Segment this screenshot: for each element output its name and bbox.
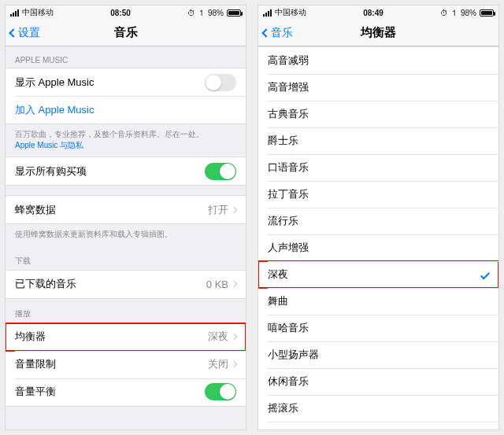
sound-check-switch[interactable]	[205, 383, 236, 400]
battery-percent: 98%	[208, 9, 224, 17]
location-arrow-icon: ↿	[451, 9, 458, 17]
battery-icon	[227, 9, 241, 17]
settings-music-screen: 中国移动 08:50 ⏱ ↿ 98% 设置 音乐 APPLE MUSIC 显示 …	[5, 5, 246, 430]
eq-option-label: 高音增强	[268, 80, 489, 94]
section-header-apple-music: APPLE MUSIC	[6, 46, 246, 68]
eq-option[interactable]: 嘻哈音乐	[258, 315, 498, 341]
eq-option[interactable]: 深夜	[258, 261, 498, 288]
downloaded-music-label: 已下载的音乐	[15, 277, 206, 291]
eq-option-label: 拉丁音乐	[268, 187, 489, 201]
eq-option-label: 高音减弱	[268, 53, 489, 68]
location-arrow-icon: ↿	[198, 9, 205, 17]
nav-bar: 音乐 均衡器	[258, 20, 498, 46]
clock: 08:49	[363, 9, 384, 17]
apple-music-privacy-link[interactable]: Apple Music 与隐私	[15, 141, 83, 149]
nav-bar: 设置 音乐	[6, 20, 246, 46]
eq-option-label: 小型扬声器	[268, 348, 489, 362]
apple-music-note: 百万歌曲，专业推荐，及整个音乐资料库。尽在一处。 Apple Music 与隐私	[6, 124, 246, 157]
eq-option-label: 深夜	[268, 267, 483, 282]
eq-option-label: 嘻哈音乐	[268, 321, 489, 335]
chevron-right-icon	[231, 334, 237, 340]
battery-icon	[480, 9, 494, 17]
row-equalizer[interactable]: 均衡器 深夜	[6, 323, 246, 351]
equalizer-list: 高音减弱高音增强古典音乐爵士乐口语音乐拉丁音乐流行乐人声增强深夜舞曲嘻哈音乐小型…	[258, 46, 498, 429]
volume-limit-label: 音量限制	[15, 357, 208, 371]
cellular-data-value: 打开	[208, 203, 228, 217]
show-apple-music-label: 显示 Apple Music	[15, 76, 205, 90]
row-volume-limit[interactable]: 音量限制 关闭	[6, 351, 246, 378]
eq-option-label: 口语音乐	[268, 160, 489, 175]
chevron-left-icon	[9, 28, 17, 37]
carrier-label: 中国移动	[275, 7, 306, 18]
eq-option[interactable]: 高音增强	[258, 74, 498, 101]
show-all-purchases-label: 显示所有购买项	[15, 164, 205, 179]
eq-option[interactable]: 小型扬声器	[258, 341, 498, 368]
cellular-data-label: 蜂窝数据	[15, 203, 208, 217]
eq-option[interactable]: 原声	[258, 422, 498, 429]
signal-icon	[10, 9, 19, 17]
eq-option[interactable]: 休闲音乐	[258, 368, 498, 395]
alarm-icon: ⏱	[187, 9, 195, 17]
sound-check-label: 音量平衡	[15, 385, 205, 399]
row-show-all-purchases[interactable]: 显示所有购买项	[6, 157, 246, 185]
downloaded-music-value: 0 KB	[206, 278, 228, 290]
page-title: 音乐	[6, 25, 246, 40]
carrier-label: 中国移动	[22, 7, 54, 18]
equalizer-label: 均衡器	[15, 330, 208, 344]
eq-option-label: 休闲音乐	[268, 374, 489, 389]
chevron-right-icon	[231, 206, 237, 212]
eq-option[interactable]: 人声增强	[258, 234, 498, 261]
clock: 08:50	[110, 9, 131, 17]
chevron-right-icon	[231, 281, 237, 287]
battery-percent: 98%	[461, 9, 476, 17]
eq-option-label: 人声增强	[268, 241, 489, 255]
back-label: 音乐	[271, 26, 293, 40]
eq-option[interactable]: 高音减弱	[258, 47, 498, 74]
signal-icon	[263, 9, 272, 17]
eq-option-label: 爵士乐	[268, 134, 489, 148]
eq-option[interactable]: 古典音乐	[258, 101, 498, 127]
eq-option[interactable]: 摇滚乐	[258, 395, 498, 422]
row-downloaded-music[interactable]: 已下载的音乐 0 KB	[6, 271, 246, 298]
chevron-left-icon	[261, 28, 270, 37]
eq-option-label: 舞曲	[268, 294, 489, 308]
row-sound-check[interactable]: 音量平衡	[6, 378, 246, 406]
back-button[interactable]: 音乐	[263, 26, 293, 40]
eq-option[interactable]: 拉丁音乐	[258, 181, 498, 208]
alarm-icon: ⏱	[440, 9, 448, 17]
equalizer-screen: 中国移动 08:49 ⏱ ↿ 98% 音乐 均衡器 高音减弱高音增强古典音乐爵士…	[258, 5, 499, 430]
eq-option[interactable]: 口语音乐	[258, 154, 498, 181]
page-title: 均衡器	[258, 25, 498, 40]
eq-option-label: 流行乐	[268, 214, 489, 228]
section-header-downloads: 下载	[6, 246, 246, 270]
join-apple-music-label: 加入 Apple Music	[15, 103, 236, 117]
eq-option[interactable]: 舞曲	[258, 288, 498, 315]
back-button[interactable]: 设置	[10, 26, 40, 40]
equalizer-value: 深夜	[208, 330, 228, 344]
eq-option-label: 古典音乐	[268, 107, 489, 121]
section-header-playback: 播放	[6, 299, 246, 323]
eq-option[interactable]: 流行乐	[258, 208, 498, 234]
show-all-purchases-switch[interactable]	[205, 163, 236, 180]
eq-option[interactable]: 爵士乐	[258, 127, 498, 154]
cellular-note: 使用蜂窝数据来更新资料库和载入专辑插图。	[6, 224, 246, 246]
eq-option-label: 原声	[268, 428, 489, 429]
row-cellular-data[interactable]: 蜂窝数据 打开	[6, 196, 246, 223]
show-apple-music-switch[interactable]	[205, 74, 236, 91]
row-show-apple-music[interactable]: 显示 Apple Music	[6, 68, 246, 96]
status-bar: 中国移动 08:49 ⏱ ↿ 98%	[258, 6, 498, 20]
chevron-right-icon	[231, 361, 237, 367]
status-bar: 中国移动 08:50 ⏱ ↿ 98%	[6, 6, 246, 20]
row-join-apple-music[interactable]: 加入 Apple Music	[6, 96, 246, 123]
eq-option-label: 摇滚乐	[268, 401, 489, 415]
back-label: 设置	[18, 26, 40, 40]
volume-limit-value: 关闭	[208, 357, 228, 371]
